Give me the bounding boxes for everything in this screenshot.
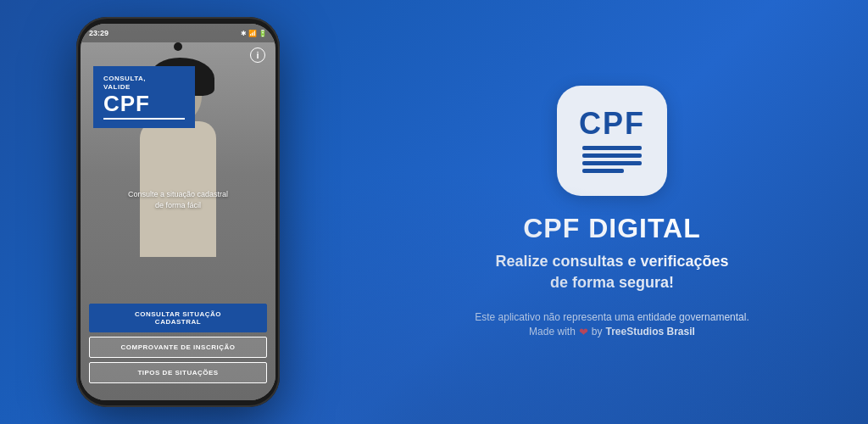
camera-notch: [174, 42, 182, 51]
app-name: CPF DIGITAL: [523, 213, 701, 244]
icon-line-3: [582, 161, 642, 165]
heart-icon: ❤: [579, 326, 588, 338]
disclaimer-line2: Made with ❤ by TreeStudios Brasil: [529, 326, 695, 338]
cpf-banner: CONSULTA, VALIDE CPF: [93, 66, 195, 128]
info-icon[interactable]: i: [250, 47, 265, 63]
btn-tipos[interactable]: TIPOS DE SITUAÇÕES: [89, 362, 267, 383]
banner-line: [103, 118, 185, 120]
status-bar: 23:29 ✱ 📶 🔋: [81, 24, 275, 42]
phone-screen: 23:29 ✱ 📶 🔋 i: [81, 24, 275, 400]
app-subtitle: Realize consultas e verificações de form…: [495, 251, 728, 293]
disclaimer-line1: Este aplicativo não representa uma entid…: [475, 310, 749, 326]
app-icon-cpf-text: CPF: [579, 109, 645, 139]
app-icon: CPF: [557, 86, 667, 196]
icon-line-4: [582, 169, 624, 173]
banner-subtitle: CONSULTA, VALIDE: [103, 75, 185, 92]
main-container: 23:29 ✱ 📶 🔋 i: [0, 0, 868, 424]
made-with-text: Made with: [529, 326, 576, 338]
brand-name: TreeStudios Brasil: [606, 326, 695, 338]
by-text: by: [592, 326, 603, 338]
info-section: CPF CPF DIGITAL Realize consultas e veri…: [356, 69, 868, 355]
phone-tagline: Consulte a situação cadastral de forma f…: [81, 189, 275, 210]
phone-frame: 23:29 ✱ 📶 🔋 i: [76, 17, 280, 407]
phone-buttons: CONSULTAR SITUAÇÃOCADASTRAL COMPROVANTE …: [89, 304, 267, 383]
status-icons: ✱ 📶 🔋: [241, 30, 267, 37]
phone-wrapper: 23:29 ✱ 📶 🔋 i: [76, 17, 280, 407]
icon-line-2: [582, 153, 642, 158]
btn-consultar[interactable]: CONSULTAR SITUAÇÃOCADASTRAL: [89, 304, 267, 332]
icon-line-1: [582, 146, 642, 150]
app-icon-lines: [582, 146, 642, 173]
status-time: 23:29: [89, 29, 108, 37]
phone-section: 23:29 ✱ 📶 🔋 i: [0, 0, 356, 424]
btn-comprovante[interactable]: COMPROVANTE DE INSCRIÇÃO: [89, 337, 267, 358]
banner-title: CPF: [103, 92, 185, 114]
